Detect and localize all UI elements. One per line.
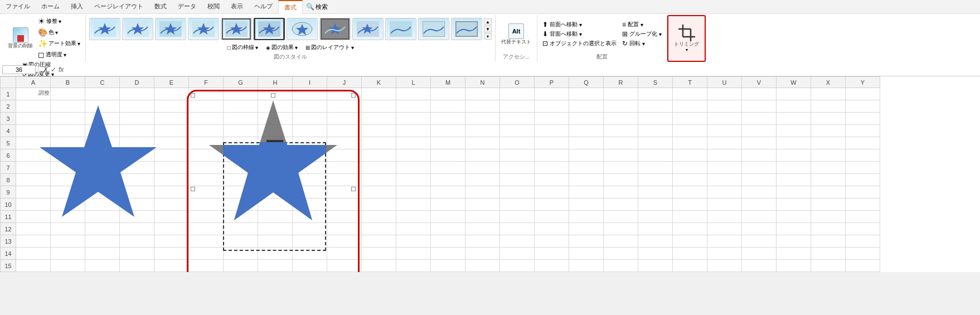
table-cell[interactable] (638, 88, 673, 100)
table-cell[interactable] (846, 198, 880, 211)
table-cell[interactable] (362, 137, 396, 149)
table-cell[interactable] (742, 100, 777, 113)
table-cell[interactable] (742, 198, 777, 211)
table-cell[interactable] (673, 174, 707, 186)
table-cell[interactable] (673, 137, 707, 149)
table-cell[interactable] (742, 260, 777, 272)
table-cell[interactable] (396, 248, 431, 260)
table-cell[interactable] (707, 174, 742, 186)
col-X[interactable]: X (811, 77, 846, 88)
table-cell[interactable] (431, 235, 465, 248)
tab-format[interactable]: 書式 (278, 0, 303, 14)
table-cell[interactable] (500, 248, 535, 260)
table-cell[interactable] (811, 211, 846, 223)
btn-send-back[interactable]: ⬇ 背面へ移動 ▾ (541, 30, 618, 38)
col-K[interactable]: K (362, 77, 396, 88)
table-cell[interactable] (569, 211, 604, 223)
table-cell[interactable] (846, 174, 880, 186)
table-cell[interactable] (846, 113, 880, 125)
table-cell[interactable] (811, 162, 846, 174)
table-cell[interactable] (707, 248, 742, 260)
row-header-2[interactable]: 2 (1, 100, 16, 113)
table-cell[interactable] (777, 100, 811, 113)
col-S[interactable]: S (638, 77, 673, 88)
table-cell[interactable] (500, 198, 535, 211)
scroll-up[interactable]: ▲ (484, 18, 492, 25)
col-Q[interactable]: Q (569, 77, 604, 88)
table-cell[interactable] (604, 174, 638, 186)
btn-select-objects[interactable]: ⊡ オブジェクトの選択と表示 (541, 39, 618, 48)
table-cell[interactable] (569, 235, 604, 248)
table-cell[interactable] (846, 88, 880, 100)
table-cell[interactable] (396, 174, 431, 186)
table-cell[interactable] (777, 248, 811, 260)
style-thumb-12[interactable] (451, 18, 482, 40)
table-cell[interactable] (846, 248, 880, 260)
btn-bring-front[interactable]: ⬆ 前面へ移動 ▾ (541, 20, 618, 29)
table-cell[interactable] (569, 113, 604, 125)
table-cell[interactable] (846, 100, 880, 113)
table-cell[interactable] (396, 223, 431, 235)
table-cell[interactable] (777, 125, 811, 137)
table-cell[interactable] (500, 125, 535, 137)
table-cell[interactable] (673, 100, 707, 113)
table-cell[interactable] (604, 88, 638, 100)
table-cell[interactable] (569, 260, 604, 272)
style-thumb-2[interactable] (122, 18, 153, 40)
row-header-12[interactable]: 12 (1, 223, 16, 235)
table-cell[interactable] (465, 211, 500, 223)
formula-input[interactable] (68, 66, 978, 74)
handle-tr[interactable] (351, 93, 356, 98)
table-cell[interactable] (362, 113, 396, 125)
table-cell[interactable] (51, 88, 85, 100)
handle-ml[interactable] (191, 187, 195, 191)
table-cell[interactable] (500, 162, 535, 174)
table-cell[interactable] (707, 100, 742, 113)
table-cell[interactable] (431, 186, 465, 198)
table-cell[interactable] (742, 149, 777, 162)
table-cell[interactable] (707, 235, 742, 248)
table-cell[interactable] (811, 113, 846, 125)
table-cell[interactable] (431, 211, 465, 223)
table-cell[interactable] (396, 162, 431, 174)
table-cell[interactable] (638, 125, 673, 137)
table-cell[interactable] (707, 211, 742, 223)
table-cell[interactable] (396, 149, 431, 162)
col-G[interactable]: G (224, 77, 258, 88)
table-cell[interactable] (777, 260, 811, 272)
table-cell[interactable] (742, 248, 777, 260)
table-cell[interactable] (362, 198, 396, 211)
row-header-11[interactable]: 11 (1, 211, 16, 223)
row-header-13[interactable]: 13 (1, 235, 16, 248)
table-cell[interactable] (638, 174, 673, 186)
table-cell[interactable] (431, 149, 465, 162)
table-cell[interactable] (811, 186, 846, 198)
style-scroll[interactable]: ▲ ▼ ▾ (484, 18, 492, 40)
tab-data[interactable]: データ (172, 0, 202, 13)
table-cell[interactable] (707, 162, 742, 174)
table-cell[interactable] (811, 260, 846, 272)
style-thumb-7[interactable] (287, 18, 318, 40)
table-cell[interactable] (396, 211, 431, 223)
table-cell[interactable] (396, 88, 431, 100)
btn-picture-border[interactable]: □ 図の枠線 ▾ (225, 43, 259, 52)
table-cell[interactable] (465, 125, 500, 137)
row-header-5[interactable]: 5 (1, 137, 16, 149)
table-cell[interactable] (535, 198, 569, 211)
table-cell[interactable] (638, 113, 673, 125)
table-cell[interactable] (604, 248, 638, 260)
table-cell[interactable] (500, 113, 535, 125)
table-cell[interactable] (846, 235, 880, 248)
tab-view[interactable]: 表示 (225, 0, 249, 13)
table-cell[interactable] (431, 162, 465, 174)
table-cell[interactable] (604, 100, 638, 113)
table-cell[interactable] (535, 113, 569, 125)
table-cell[interactable] (396, 260, 431, 272)
tab-help[interactable]: ヘルプ (249, 0, 278, 13)
table-cell[interactable] (396, 137, 431, 149)
col-P[interactable]: P (535, 77, 569, 88)
table-cell[interactable] (777, 198, 811, 211)
table-cell[interactable] (535, 211, 569, 223)
table-cell[interactable] (362, 260, 396, 272)
table-cell[interactable] (742, 211, 777, 223)
